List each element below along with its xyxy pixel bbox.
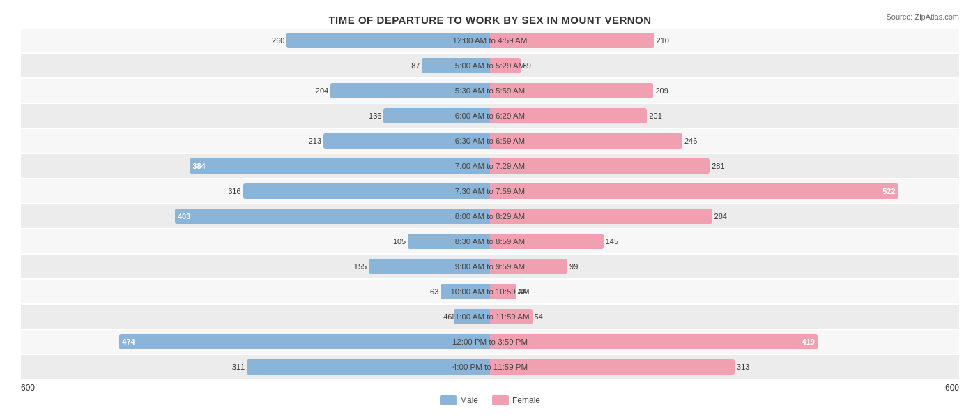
table-row: 26012:00 AM to 4:59 AM210 — [21, 29, 959, 52]
female-label: Female — [512, 395, 540, 405]
male-value: 204 — [316, 86, 328, 95]
chart-title: TIME OF DEPARTURE TO WORK BY SEX IN MOUN… — [21, 14, 959, 26]
male-value: 155 — [354, 262, 367, 271]
time-label: 10:00 AM to 10:59 AM — [420, 287, 560, 296]
table-row: 2136:30 AM to 6:59 AM246 — [21, 129, 959, 153]
table-row: 1366:00 AM to 6:29 AM201 — [21, 104, 959, 128]
table-row: 47412:00 PM to 3:59 PM419 — [21, 330, 959, 354]
female-value-inside: 522 — [882, 187, 895, 195]
time-label: 12:00 AM to 4:59 AM — [420, 36, 560, 45]
male-value-inside: 403 — [178, 212, 190, 220]
male-value: 311 — [232, 363, 245, 371]
table-row: 4038:00 AM to 8:29 AM284 — [21, 204, 959, 228]
female-value: 281 — [712, 162, 724, 170]
male-value: 136 — [369, 112, 381, 120]
table-row: 3167:30 AM to 7:59 AM522 — [21, 179, 959, 203]
time-label: 12:00 PM to 3:59 PM — [420, 338, 560, 346]
male-label: Male — [460, 395, 478, 405]
male-value: 105 — [393, 237, 406, 246]
male-value: 87 — [411, 61, 420, 70]
table-row: 6310:00 AM to 10:59 AM34 — [21, 280, 959, 303]
table-row: 3847:00 AM to 7:29 AM281 — [21, 154, 959, 178]
female-value: 210 — [657, 36, 669, 45]
table-row: 3114:00 PM to 11:59 PM313 — [21, 355, 959, 379]
male-value: 260 — [272, 36, 284, 45]
female-swatch — [492, 395, 509, 405]
legend-female: Female — [492, 395, 540, 405]
rows-wrapper: 26012:00 AM to 4:59 AM210875:00 AM to 5:… — [21, 29, 959, 379]
female-value: 201 — [649, 112, 661, 120]
axis-labels: 600 600 — [21, 383, 959, 393]
table-row: 875:00 AM to 5:29 AM39 — [21, 54, 959, 77]
table-row: 4611:00 AM to 11:59 AM54 — [21, 305, 959, 329]
male-value-inside: 474 — [122, 338, 135, 346]
time-label: 8:00 AM to 8:29 AM — [420, 212, 560, 220]
source-label: Source: ZipAtlas.com — [886, 13, 959, 21]
male-value: 316 — [228, 187, 240, 195]
time-label: 5:00 AM to 5:29 AM — [420, 61, 560, 70]
female-value: 209 — [655, 86, 668, 95]
chart-container: TIME OF DEPARTURE TO WORK BY SEX IN MOUN… — [0, 0, 980, 415]
table-row: 1058:30 AM to 8:59 AM145 — [21, 229, 959, 253]
time-label: 7:30 AM to 7:59 AM — [420, 187, 560, 195]
male-value: 213 — [309, 137, 321, 145]
time-label: 9:00 AM to 9:59 AM — [420, 262, 560, 271]
female-value: 99 — [569, 262, 578, 271]
chart-area: 26012:00 AM to 4:59 AM210875:00 AM to 5:… — [21, 29, 959, 353]
axis-right: 600 — [945, 383, 959, 393]
male-value-inside: 384 — [192, 162, 205, 170]
male-swatch — [440, 395, 457, 405]
female-value: 246 — [684, 137, 697, 145]
time-label: 7:00 AM to 7:29 AM — [420, 162, 560, 170]
time-label: 4:00 PM to 11:59 PM — [420, 363, 560, 371]
female-value: 284 — [714, 212, 727, 220]
time-label: 11:00 AM to 11:59 AM — [420, 312, 560, 321]
legend-male: Male — [440, 395, 478, 405]
table-row: 1559:00 AM to 9:59 AM99 — [21, 255, 959, 278]
time-label: 6:30 AM to 6:59 AM — [420, 137, 560, 145]
female-value: 313 — [737, 363, 749, 371]
female-value: 145 — [606, 237, 618, 246]
time-label: 6:00 AM to 6:29 AM — [420, 112, 560, 120]
female-value-inside: 419 — [802, 338, 815, 346]
time-label: 8:30 AM to 8:59 AM — [420, 237, 560, 246]
table-row: 2045:30 AM to 5:59 AM209 — [21, 79, 959, 103]
time-label: 5:30 AM to 5:59 AM — [420, 86, 560, 95]
axis-left: 600 — [21, 383, 35, 393]
legend: Male Female — [21, 395, 959, 405]
